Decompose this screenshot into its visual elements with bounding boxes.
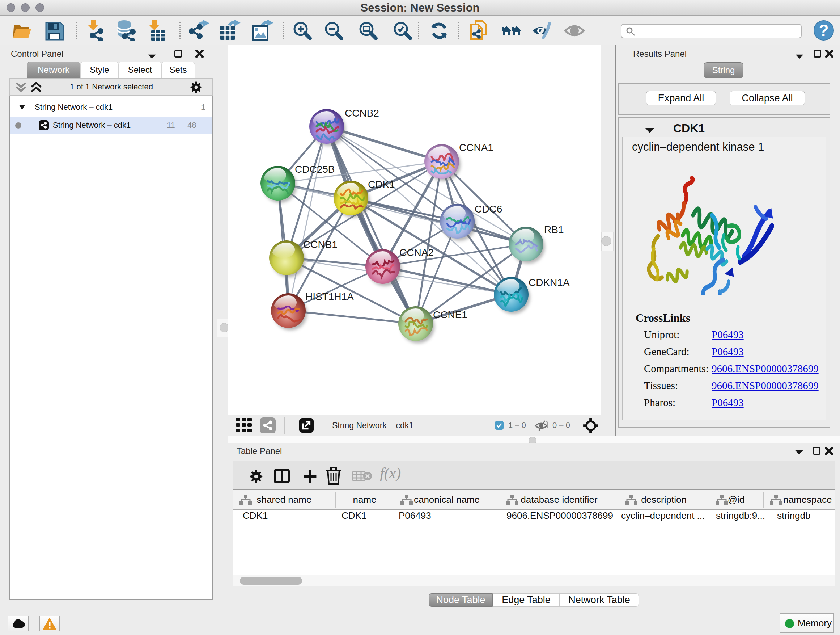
svg-text:HIST1H1A: HIST1H1A: [305, 291, 354, 302]
svg-text:CCNB2: CCNB2: [345, 108, 379, 119]
svg-text:CCNA1: CCNA1: [459, 142, 493, 153]
svg-text:CCNE1: CCNE1: [433, 309, 467, 320]
svg-text:CDK1: CDK1: [368, 179, 395, 190]
svg-text:CDC25B: CDC25B: [295, 164, 335, 175]
svg-text:RB1: RB1: [544, 224, 564, 235]
svg-text:CDC6: CDC6: [475, 203, 502, 215]
svg-text:CCNA2: CCNA2: [399, 247, 434, 258]
svg-text:CCNB1: CCNB1: [303, 239, 338, 250]
svg-text:CDKN1A: CDKN1A: [529, 277, 570, 288]
